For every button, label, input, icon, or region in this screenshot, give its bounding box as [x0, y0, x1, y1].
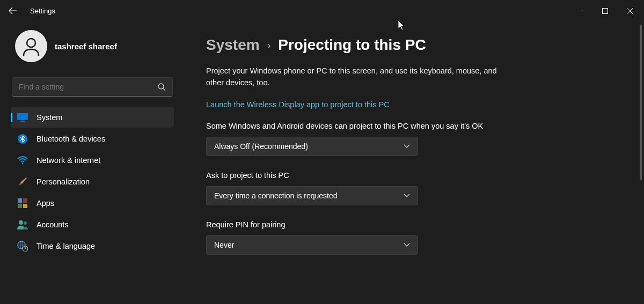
nav-label: Time & language — [36, 242, 95, 250]
page-title: Projecting to this PC — [278, 36, 426, 54]
maximize-button[interactable] — [592, 0, 617, 21]
monitor-icon — [17, 112, 28, 123]
svg-rect-12 — [23, 204, 27, 208]
window-controls — [568, 0, 642, 21]
setting-label: Some Windows and Android devices can pro… — [206, 121, 507, 131]
svg-line-4 — [163, 88, 165, 91]
chevron-down-icon — [404, 144, 410, 149]
svg-point-3 — [158, 84, 164, 89]
avatar — [15, 30, 47, 62]
nav-item-system[interactable]: System — [11, 107, 174, 128]
chevron-right-icon: › — [267, 39, 271, 51]
svg-point-13 — [19, 220, 23, 225]
nav-item-apps[interactable]: Apps — [11, 193, 174, 213]
minimize-icon — [577, 8, 583, 14]
setting-label: Require PIN for pairing — [206, 219, 507, 230]
main-content: System › Projecting to this PC Project y… — [182, 21, 644, 304]
accounts-icon — [17, 219, 28, 230]
search-box[interactable] — [12, 77, 173, 97]
nav-label: Accounts — [36, 220, 69, 229]
svg-point-2 — [27, 39, 35, 47]
bluetooth-icon — [17, 134, 28, 144]
nav-label: Network & internet — [36, 156, 100, 165]
main-scrollbar[interactable] — [640, 25, 642, 299]
project-permission-dropdown[interactable]: Always Off (Recommended) — [206, 137, 418, 156]
search-icon — [157, 83, 166, 91]
chevron-down-icon — [404, 243, 410, 247]
page-description: Project your Windows phone or PC to this… — [206, 65, 507, 89]
nav-item-accounts[interactable]: Accounts — [11, 214, 174, 235]
back-button[interactable] — [2, 0, 24, 21]
scrollbar-thumb[interactable] — [640, 25, 642, 180]
nav-item-time-language[interactable]: Time & language — [11, 236, 174, 256]
apps-icon — [17, 198, 28, 209]
nav-item-network[interactable]: Network & internet — [11, 150, 174, 170]
dropdown-value: Never — [214, 241, 234, 249]
nav-list: System Bluetooth & devices Network & int… — [11, 107, 174, 256]
close-icon — [627, 8, 633, 14]
svg-rect-11 — [18, 204, 22, 208]
svg-rect-5 — [17, 113, 28, 120]
nav-label: Personalization — [36, 177, 90, 186]
svg-rect-1 — [602, 8, 608, 13]
svg-rect-10 — [23, 198, 27, 203]
setting-label: Ask to project to this PC — [206, 170, 507, 181]
dropdown-value: Every time a connection is requested — [214, 191, 338, 200]
breadcrumb-root[interactable]: System — [206, 36, 260, 54]
nav-label: Apps — [36, 199, 54, 207]
nav-label: System — [36, 113, 62, 122]
profile-section[interactable]: tashreef shareef — [11, 21, 174, 75]
wifi-icon — [17, 155, 28, 166]
nav-label: Bluetooth & devices — [36, 135, 105, 143]
window-title: Settings — [30, 7, 55, 15]
sidebar: tashreef shareef System Bluetooth & devi… — [0, 21, 182, 304]
chevron-down-icon — [404, 194, 410, 198]
svg-rect-6 — [20, 121, 25, 122]
close-button[interactable] — [617, 0, 642, 21]
nav-item-bluetooth[interactable]: Bluetooth & devices — [11, 129, 174, 149]
svg-point-14 — [24, 221, 27, 225]
dropdown-value: Always Off (Recommended) — [214, 142, 308, 151]
maximize-icon — [602, 8, 608, 14]
svg-point-8 — [22, 163, 24, 165]
paintbrush-icon — [17, 176, 28, 187]
profile-name: tashreef shareef — [55, 42, 117, 51]
ask-to-project-dropdown[interactable]: Every time a connection is requested — [206, 186, 418, 205]
globe-clock-icon — [17, 241, 28, 251]
titlebar: Settings — [0, 0, 644, 21]
person-icon — [20, 35, 42, 57]
svg-rect-9 — [18, 198, 22, 203]
back-arrow-icon — [9, 6, 17, 15]
search-input[interactable] — [19, 83, 157, 91]
require-pin-dropdown[interactable]: Never — [206, 235, 418, 255]
breadcrumb: System › Projecting to this PC — [206, 36, 612, 54]
minimize-button[interactable] — [568, 0, 592, 21]
nav-item-personalization[interactable]: Personalization — [11, 172, 174, 192]
launch-wireless-display-link[interactable]: Launch the Wireless Display app to proje… — [206, 100, 390, 109]
